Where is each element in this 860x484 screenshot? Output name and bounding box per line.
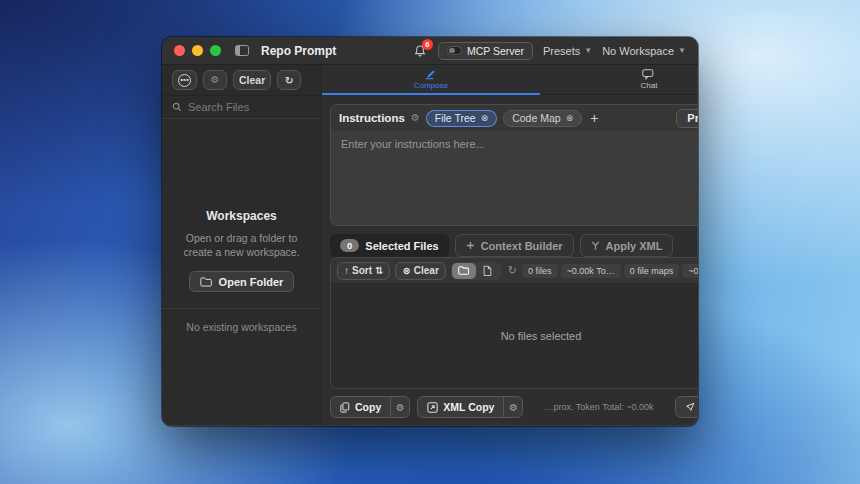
chevron-down-icon: ▼ <box>584 46 592 55</box>
selected-files-count-badge: 0 <box>340 239 359 252</box>
copy-label: Copy <box>355 401 381 413</box>
open-folder-button[interactable]: Open Folder <box>189 271 295 292</box>
divider <box>162 308 321 309</box>
files-clear-button[interactable]: ⊗ Clear <box>395 262 445 280</box>
branch-icon <box>591 241 600 250</box>
sidebar-settings-button[interactable]: ⚙ <box>203 70 227 90</box>
compose-tab-label: Compose <box>414 81 448 90</box>
instructions-gear-icon[interactable]: ⚙ <box>411 113 420 123</box>
xml-copy-button[interactable]: XML Copy <box>418 397 503 417</box>
app-window: Repo Prompt 6 MCP Server Presets ▼ <box>162 37 698 426</box>
presets-menu[interactable]: Presets ▼ <box>543 45 592 57</box>
sidebar-clear-button[interactable]: Clear <box>233 70 271 90</box>
folder-view-button[interactable] <box>452 263 476 279</box>
workspaces-empty-state: Workspaces Open or drag a folder to crea… <box>162 119 321 425</box>
file-tree-chip-label: File Tree <box>435 112 476 124</box>
chevron-down-icon: ▼ <box>678 46 686 55</box>
gear-icon: ⚙ <box>509 402 518 413</box>
mcp-server-label: MCP Server <box>467 45 524 57</box>
apply-xml-label: Apply XML <box>606 240 663 252</box>
copy-button-group: Copy ⚙ <box>330 396 410 418</box>
workspace-label: No Workspace <box>602 45 674 57</box>
folder-icon <box>200 277 213 287</box>
instructions-panel: Instructions ⚙ File Tree ⊗ Code Map ⊗ + <box>330 104 698 226</box>
remove-icon[interactable]: ⊗ <box>481 113 489 123</box>
remove-icon[interactable]: ⊗ <box>566 113 574 123</box>
mode-tab-bar: Compose Chat ⚙ <box>322 65 698 95</box>
compose-pencil-icon <box>424 69 437 80</box>
copy-icon <box>340 402 350 413</box>
folder-icon <box>458 266 470 275</box>
tab-compose[interactable]: Compose <box>414 69 448 90</box>
code-map-chip-label: Code Map <box>512 112 560 124</box>
chat-tab-label: Chat <box>641 81 658 90</box>
context-builder-label: Context Builder <box>481 240 563 252</box>
minimize-window-button[interactable] <box>192 45 203 56</box>
instructions-input[interactable] <box>331 131 698 225</box>
sidebar-toolbar: ••• ⚙ Clear ↻ <box>162 65 321 95</box>
notification-badge: 6 <box>422 39 433 50</box>
search-input[interactable] <box>188 101 330 113</box>
gear-icon: ⚙ <box>396 402 405 413</box>
file-list-area[interactable]: No files selected <box>331 284 698 388</box>
chat-button[interactable]: Chat <box>676 397 698 417</box>
zoom-window-button[interactable] <box>210 45 221 56</box>
desktop-wallpaper: Repo Prompt 6 MCP Server Presets ▼ <box>0 0 860 484</box>
stat-map-tokens: ~0.00k tok… <box>682 264 698 278</box>
context-builder-icon <box>466 241 475 250</box>
files-tab-bar: 0 Selected Files Context Builder <box>330 234 698 257</box>
search-bar <box>162 95 321 119</box>
tab-selected-files[interactable]: 0 Selected Files <box>330 234 449 257</box>
document-icon <box>483 265 492 276</box>
arrow-up-icon: ↑ <box>344 265 349 276</box>
tab-context-builder[interactable]: Context Builder <box>455 234 574 257</box>
copy-options-button[interactable]: ⚙ <box>390 397 409 417</box>
workspace-actions-button[interactable]: ••• <box>172 70 197 90</box>
instructions-header: Instructions ⚙ File Tree ⊗ Code Map ⊗ + <box>331 105 698 131</box>
files-toolbar: ↑ Sort ⇅ ⊗ Clear <box>331 258 698 284</box>
file-view-button[interactable] <box>476 263 500 279</box>
instructions-editor <box>331 131 698 225</box>
tab-chat[interactable]: Chat <box>641 69 658 90</box>
chip-file-tree[interactable]: File Tree ⊗ <box>426 110 497 127</box>
notifications-button[interactable]: 6 <box>412 43 428 59</box>
presets-label: Presets <box>543 45 580 57</box>
prompts-button[interactable]: Prompts <box>676 109 698 128</box>
close-window-button[interactable] <box>174 45 185 56</box>
copy-button[interactable]: Copy <box>331 397 390 417</box>
gear-icon: ⚙ <box>211 75 220 85</box>
refresh-icon: ↻ <box>285 74 294 86</box>
prompts-label: Prompts <box>687 112 698 124</box>
sort-label: Sort <box>352 265 372 276</box>
sort-button[interactable]: ↑ Sort ⇅ <box>337 262 390 280</box>
clear-label: Clear <box>239 74 265 86</box>
chat-bubble-icon <box>642 69 656 80</box>
instructions-title: Instructions <box>339 112 405 124</box>
workspace-menu[interactable]: No Workspace ▼ <box>602 45 686 57</box>
token-total-label: …prox. Token Total: ~0.00k <box>530 402 667 412</box>
mcp-server-button[interactable]: MCP Server <box>438 42 533 60</box>
workspaces-description: Open or drag a folder to create a new wo… <box>174 231 310 259</box>
workspaces-title: Workspaces <box>206 209 276 223</box>
search-icon <box>172 102 182 112</box>
send-arrow-icon <box>685 402 695 412</box>
xml-copy-label: XML Copy <box>443 401 494 413</box>
no-workspaces-label: No existing workspaces <box>186 321 296 333</box>
main-panel: Compose Chat ⚙ <box>322 65 698 425</box>
mcp-server-toggle[interactable] <box>447 46 462 55</box>
sidebar: ••• ⚙ Clear ↻ <box>162 65 322 425</box>
tab-apply-xml[interactable]: Apply XML <box>580 234 674 257</box>
sync-icon[interactable]: ↻ <box>508 264 517 277</box>
chat-button-group: Chat ⚙ <box>675 396 698 418</box>
active-tab-indicator <box>322 93 540 95</box>
chip-code-map[interactable]: Code Map ⊗ <box>503 110 582 127</box>
titlebar: Repo Prompt 6 MCP Server Presets ▼ <box>162 37 698 65</box>
xml-copy-options-button[interactable]: ⚙ <box>503 397 522 417</box>
refresh-button[interactable]: ↻ <box>277 70 301 90</box>
view-mode-segment <box>451 262 501 280</box>
add-chip-button[interactable]: + <box>590 111 598 125</box>
sidebar-toggle-icon[interactable] <box>235 45 249 56</box>
xml-copy-icon <box>427 402 438 413</box>
no-files-label: No files selected <box>501 330 582 342</box>
ellipsis-circle-icon: ••• <box>178 74 191 87</box>
